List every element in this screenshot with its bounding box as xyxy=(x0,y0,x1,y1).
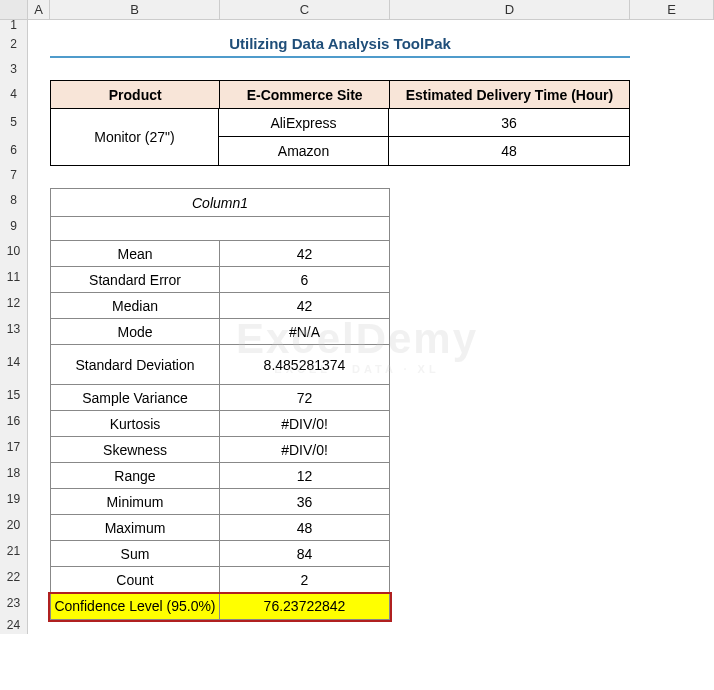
stat-label[interactable]: Skewness xyxy=(51,437,220,462)
row-header-13[interactable]: 13 xyxy=(0,316,27,342)
select-all-corner[interactable] xyxy=(0,0,28,19)
row-header-10[interactable]: 10 xyxy=(0,238,27,264)
stats-empty-row[interactable] xyxy=(51,217,389,241)
row-header-7[interactable]: 7 xyxy=(0,164,27,186)
stat-value[interactable]: 42 xyxy=(220,241,389,266)
table1-header-time[interactable]: Estimated Delivery Time (Hour) xyxy=(390,81,629,108)
row-header-22[interactable]: 22 xyxy=(0,564,27,590)
row-header-9[interactable]: 9 xyxy=(0,214,27,238)
row-header-6[interactable]: 6 xyxy=(0,136,27,164)
stat-value[interactable]: 72 xyxy=(220,385,389,410)
row-header-2[interactable]: 2 xyxy=(0,30,27,58)
row-header-23[interactable]: 23 xyxy=(0,590,27,616)
col-header-A[interactable]: A xyxy=(28,0,50,19)
table1-product-cell[interactable]: Monitor (27") xyxy=(51,109,219,165)
row-header-1[interactable]: 1 xyxy=(0,20,27,30)
row-header-5[interactable]: 5 xyxy=(0,108,27,136)
row-header-18[interactable]: 18 xyxy=(0,460,27,486)
stat-label[interactable]: Mean xyxy=(51,241,220,266)
stat-value[interactable]: 8.485281374 xyxy=(220,345,389,384)
table1-header-site[interactable]: E-Commerce Site xyxy=(220,81,389,108)
row-header-20[interactable]: 20 xyxy=(0,512,27,538)
stat-label[interactable]: Range xyxy=(51,463,220,488)
stat-value[interactable]: 2 xyxy=(220,567,389,592)
row-header-17[interactable]: 17 xyxy=(0,434,27,460)
row-header-15[interactable]: 15 xyxy=(0,382,27,408)
stat-value[interactable]: 42 xyxy=(220,293,389,318)
col-header-D[interactable]: D xyxy=(390,0,630,19)
stat-value[interactable]: 6 xyxy=(220,267,389,292)
table1-time-2[interactable]: 48 xyxy=(389,137,629,165)
table1-site-1[interactable]: AliExpress xyxy=(219,109,389,136)
row-header-3[interactable]: 3 xyxy=(0,58,27,80)
table1-site-2[interactable]: Amazon xyxy=(219,137,389,165)
stat-label[interactable]: Standard Deviation xyxy=(51,345,220,384)
row-header-11[interactable]: 11 xyxy=(0,264,27,290)
row-header-4[interactable]: 4 xyxy=(0,80,27,108)
stat-label[interactable]: Kurtosis xyxy=(51,411,220,436)
stat-value[interactable]: 12 xyxy=(220,463,389,488)
stat-label[interactable]: Sum xyxy=(51,541,220,566)
stat-value-confidence[interactable]: 76.23722842 xyxy=(220,593,389,619)
row-header-14[interactable]: 14 xyxy=(0,342,27,382)
stat-label[interactable]: Median xyxy=(51,293,220,318)
stat-value[interactable]: 48 xyxy=(220,515,389,540)
stats-title[interactable]: Column1 xyxy=(51,189,389,217)
col-header-B[interactable]: B xyxy=(50,0,220,19)
row-headers: 1 2 3 4 5 6 7 8 9 10 11 12 13 14 15 16 1… xyxy=(0,20,28,634)
stat-value[interactable]: #DIV/0! xyxy=(220,411,389,436)
stat-value[interactable]: #N/A xyxy=(220,319,389,344)
column-headers: A B C D E xyxy=(0,0,714,20)
table1-time-1[interactable]: 36 xyxy=(389,109,629,136)
stat-label[interactable]: Minimum xyxy=(51,489,220,514)
stat-value[interactable]: #DIV/0! xyxy=(220,437,389,462)
row-header-8[interactable]: 8 xyxy=(0,186,27,214)
stat-label[interactable]: Count xyxy=(51,567,220,592)
stat-value[interactable]: 84 xyxy=(220,541,389,566)
col-header-E[interactable]: E xyxy=(630,0,714,19)
row-header-21[interactable]: 21 xyxy=(0,538,27,564)
stat-value[interactable]: 36 xyxy=(220,489,389,514)
stat-label[interactable]: Sample Variance xyxy=(51,385,220,410)
row-header-12[interactable]: 12 xyxy=(0,290,27,316)
table1-header-product[interactable]: Product xyxy=(51,81,220,108)
row-header-19[interactable]: 19 xyxy=(0,486,27,512)
page-title: Utilizing Data Analysis ToolPak xyxy=(50,30,630,58)
stat-label[interactable]: Maximum xyxy=(51,515,220,540)
stat-label[interactable]: Standard Error xyxy=(51,267,220,292)
stat-label-confidence[interactable]: Confidence Level (95.0%) xyxy=(51,593,220,619)
row-header-24[interactable]: 24 xyxy=(0,616,27,634)
stats-table: Column1 Mean42 Standard Error6 Median42 … xyxy=(50,188,390,620)
input-table: Product E-Commerce Site Estimated Delive… xyxy=(50,80,630,166)
col-header-C[interactable]: C xyxy=(220,0,390,19)
stat-label[interactable]: Mode xyxy=(51,319,220,344)
row-header-16[interactable]: 16 xyxy=(0,408,27,434)
